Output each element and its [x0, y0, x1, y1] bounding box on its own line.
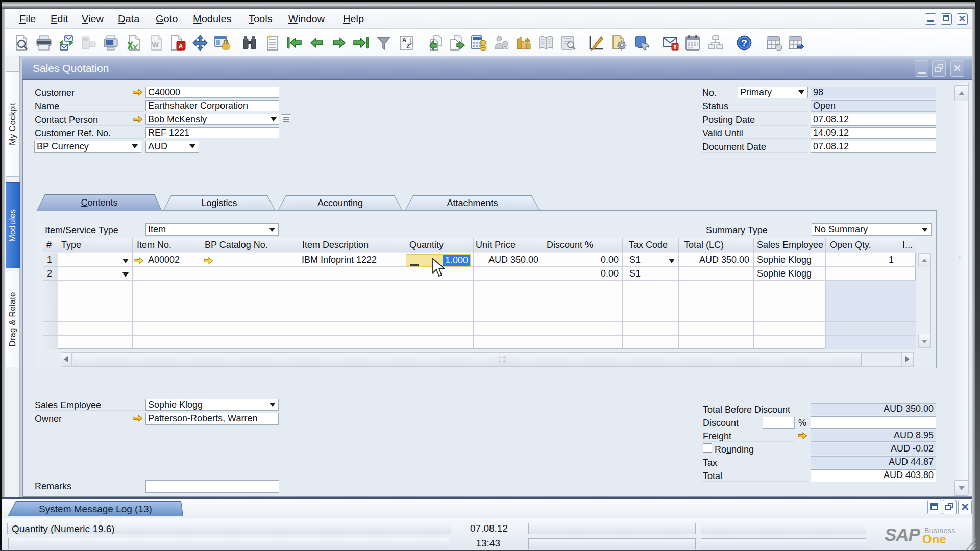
svg-text:W: W: [152, 41, 159, 49]
svg-text:?: ?: [741, 38, 747, 48]
svg-text:A: A: [402, 37, 407, 44]
svg-text:A: A: [179, 43, 183, 49]
